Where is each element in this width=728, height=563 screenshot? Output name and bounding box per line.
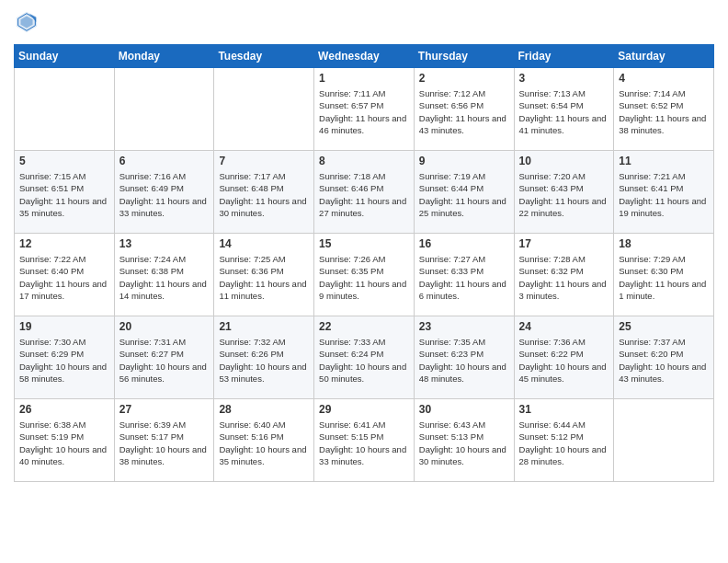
day-info: Sunrise: 7:37 AM Sunset: 6:20 PM Dayligh… bbox=[619, 336, 709, 385]
day-info: Sunrise: 7:12 AM Sunset: 6:56 PM Dayligh… bbox=[419, 87, 509, 136]
weekday-saturday: Saturday bbox=[614, 45, 714, 68]
day-info: Sunrise: 6:43 AM Sunset: 5:13 PM Dayligh… bbox=[419, 419, 509, 467]
day-info: Sunrise: 6:38 AM Sunset: 5:19 PM Dayligh… bbox=[19, 419, 109, 467]
day-info: Sunrise: 7:11 AM Sunset: 6:57 PM Dayligh… bbox=[319, 87, 409, 136]
day-info: Sunrise: 7:14 AM Sunset: 6:52 PM Dayligh… bbox=[619, 87, 709, 136]
day-cell: 12Sunrise: 7:22 AM Sunset: 6:40 PM Dayli… bbox=[15, 234, 115, 316]
day-info: Sunrise: 7:30 AM Sunset: 6:29 PM Dayligh… bbox=[19, 336, 109, 385]
day-info: Sunrise: 7:13 AM Sunset: 6:54 PM Dayligh… bbox=[519, 87, 609, 136]
day-number: 26 bbox=[19, 403, 109, 416]
day-cell: 10Sunrise: 7:20 AM Sunset: 6:43 PM Dayli… bbox=[514, 151, 614, 234]
day-info: Sunrise: 7:21 AM Sunset: 6:41 PM Dayligh… bbox=[619, 170, 709, 219]
day-number: 1 bbox=[319, 72, 409, 85]
weekday-tuesday: Tuesday bbox=[214, 45, 314, 68]
day-number: 15 bbox=[319, 237, 409, 250]
day-number: 16 bbox=[419, 237, 509, 250]
weekday-friday: Friday bbox=[514, 45, 614, 68]
weekday-thursday: Thursday bbox=[414, 45, 514, 68]
day-cell: 6Sunrise: 7:16 AM Sunset: 6:49 PM Daylig… bbox=[114, 151, 214, 234]
header bbox=[14, 9, 714, 35]
week-row-4: 26Sunrise: 6:38 AM Sunset: 5:19 PM Dayli… bbox=[15, 399, 714, 482]
day-cell: 4Sunrise: 7:14 AM Sunset: 6:52 PM Daylig… bbox=[614, 68, 714, 151]
day-info: Sunrise: 6:41 AM Sunset: 5:15 PM Dayligh… bbox=[319, 419, 409, 467]
day-cell bbox=[114, 68, 214, 151]
day-cell: 15Sunrise: 7:26 AM Sunset: 6:35 PM Dayli… bbox=[314, 234, 415, 316]
day-info: Sunrise: 7:19 AM Sunset: 6:44 PM Dayligh… bbox=[419, 170, 509, 219]
day-number: 28 bbox=[219, 403, 309, 416]
day-info: Sunrise: 7:26 AM Sunset: 6:35 PM Dayligh… bbox=[319, 253, 409, 302]
day-cell: 24Sunrise: 7:36 AM Sunset: 6:22 PM Dayli… bbox=[514, 316, 614, 399]
day-cell: 16Sunrise: 7:27 AM Sunset: 6:33 PM Dayli… bbox=[414, 234, 514, 316]
day-cell bbox=[214, 68, 314, 151]
day-info: Sunrise: 7:24 AM Sunset: 6:38 PM Dayligh… bbox=[119, 253, 210, 302]
day-number: 13 bbox=[119, 237, 210, 250]
day-number: 9 bbox=[419, 155, 509, 167]
day-number: 3 bbox=[519, 72, 609, 85]
day-number: 7 bbox=[219, 155, 309, 167]
day-number: 24 bbox=[519, 320, 609, 333]
logo bbox=[14, 9, 43, 35]
day-info: Sunrise: 7:15 AM Sunset: 6:51 PM Dayligh… bbox=[19, 170, 109, 219]
day-info: Sunrise: 6:39 AM Sunset: 5:17 PM Dayligh… bbox=[119, 419, 210, 467]
day-info: Sunrise: 7:28 AM Sunset: 6:32 PM Dayligh… bbox=[519, 253, 609, 302]
day-number: 21 bbox=[219, 320, 309, 333]
day-number: 8 bbox=[319, 155, 409, 167]
day-info: Sunrise: 7:16 AM Sunset: 6:49 PM Dayligh… bbox=[119, 170, 210, 219]
day-cell: 29Sunrise: 6:41 AM Sunset: 5:15 PM Dayli… bbox=[314, 399, 415, 482]
day-cell: 13Sunrise: 7:24 AM Sunset: 6:38 PM Dayli… bbox=[114, 234, 214, 316]
day-cell: 3Sunrise: 7:13 AM Sunset: 6:54 PM Daylig… bbox=[514, 68, 614, 151]
day-number: 18 bbox=[619, 237, 709, 250]
day-cell: 26Sunrise: 6:38 AM Sunset: 5:19 PM Dayli… bbox=[15, 399, 115, 482]
day-cell: 19Sunrise: 7:30 AM Sunset: 6:29 PM Dayli… bbox=[15, 316, 115, 399]
day-number: 22 bbox=[319, 320, 409, 333]
day-info: Sunrise: 7:27 AM Sunset: 6:33 PM Dayligh… bbox=[419, 253, 509, 302]
day-cell: 21Sunrise: 7:32 AM Sunset: 6:26 PM Dayli… bbox=[214, 316, 314, 399]
day-number: 5 bbox=[19, 155, 109, 167]
page: SundayMondayTuesdayWednesdayThursdayFrid… bbox=[0, 0, 728, 491]
week-row-0: 1Sunrise: 7:11 AM Sunset: 6:57 PM Daylig… bbox=[15, 68, 714, 151]
day-info: Sunrise: 7:29 AM Sunset: 6:30 PM Dayligh… bbox=[619, 253, 709, 302]
day-number: 27 bbox=[119, 403, 210, 416]
day-number: 31 bbox=[519, 403, 609, 416]
day-number: 20 bbox=[119, 320, 210, 333]
day-cell: 22Sunrise: 7:33 AM Sunset: 6:24 PM Dayli… bbox=[314, 316, 415, 399]
day-info: Sunrise: 7:35 AM Sunset: 6:23 PM Dayligh… bbox=[419, 336, 509, 385]
day-number: 29 bbox=[319, 403, 409, 416]
day-info: Sunrise: 7:33 AM Sunset: 6:24 PM Dayligh… bbox=[319, 336, 409, 385]
weekday-header-row: SundayMondayTuesdayWednesdayThursdayFrid… bbox=[15, 45, 714, 68]
week-row-1: 5Sunrise: 7:15 AM Sunset: 6:51 PM Daylig… bbox=[15, 151, 714, 234]
day-info: Sunrise: 7:18 AM Sunset: 6:46 PM Dayligh… bbox=[319, 170, 409, 219]
day-number: 10 bbox=[519, 155, 609, 167]
day-cell: 2Sunrise: 7:12 AM Sunset: 6:56 PM Daylig… bbox=[414, 68, 514, 151]
day-info: Sunrise: 7:32 AM Sunset: 6:26 PM Dayligh… bbox=[219, 336, 309, 385]
day-number: 2 bbox=[419, 72, 509, 85]
day-number: 6 bbox=[119, 155, 210, 167]
day-info: Sunrise: 7:17 AM Sunset: 6:48 PM Dayligh… bbox=[219, 170, 309, 219]
day-info: Sunrise: 7:36 AM Sunset: 6:22 PM Dayligh… bbox=[519, 336, 609, 385]
day-cell: 31Sunrise: 6:44 AM Sunset: 5:12 PM Dayli… bbox=[514, 399, 614, 482]
day-number: 23 bbox=[419, 320, 509, 333]
day-number: 12 bbox=[19, 237, 109, 250]
day-info: Sunrise: 7:25 AM Sunset: 6:36 PM Dayligh… bbox=[219, 253, 309, 302]
day-cell: 25Sunrise: 7:37 AM Sunset: 6:20 PM Dayli… bbox=[614, 316, 714, 399]
day-info: Sunrise: 6:40 AM Sunset: 5:16 PM Dayligh… bbox=[219, 419, 309, 467]
day-cell: 17Sunrise: 7:28 AM Sunset: 6:32 PM Dayli… bbox=[514, 234, 614, 316]
day-number: 30 bbox=[419, 403, 509, 416]
day-cell: 8Sunrise: 7:18 AM Sunset: 6:46 PM Daylig… bbox=[314, 151, 415, 234]
day-cell: 9Sunrise: 7:19 AM Sunset: 6:44 PM Daylig… bbox=[414, 151, 514, 234]
weekday-wednesday: Wednesday bbox=[314, 45, 415, 68]
week-row-3: 19Sunrise: 7:30 AM Sunset: 6:29 PM Dayli… bbox=[15, 316, 714, 399]
day-cell bbox=[614, 399, 714, 482]
day-cell: 23Sunrise: 7:35 AM Sunset: 6:23 PM Dayli… bbox=[414, 316, 514, 399]
calendar-table: SundayMondayTuesdayWednesdayThursdayFrid… bbox=[14, 44, 714, 482]
day-number: 11 bbox=[619, 155, 709, 167]
day-cell: 18Sunrise: 7:29 AM Sunset: 6:30 PM Dayli… bbox=[614, 234, 714, 316]
day-cell: 11Sunrise: 7:21 AM Sunset: 6:41 PM Dayli… bbox=[614, 151, 714, 234]
day-info: Sunrise: 7:31 AM Sunset: 6:27 PM Dayligh… bbox=[119, 336, 210, 385]
weekday-sunday: Sunday bbox=[15, 45, 115, 68]
day-cell: 27Sunrise: 6:39 AM Sunset: 5:17 PM Dayli… bbox=[114, 399, 214, 482]
day-info: Sunrise: 7:20 AM Sunset: 6:43 PM Dayligh… bbox=[519, 170, 609, 219]
day-number: 17 bbox=[519, 237, 609, 250]
day-number: 14 bbox=[219, 237, 309, 250]
day-cell: 30Sunrise: 6:43 AM Sunset: 5:13 PM Dayli… bbox=[414, 399, 514, 482]
